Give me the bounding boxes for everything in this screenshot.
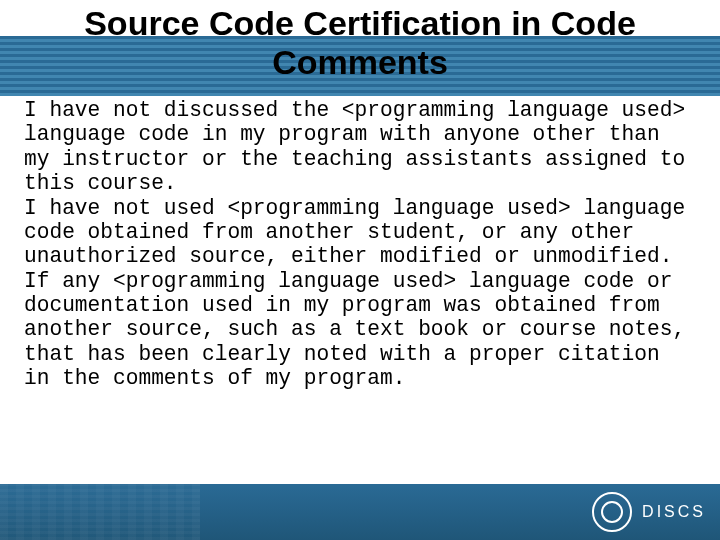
footer-binary-decoration (0, 484, 200, 540)
seal-icon (592, 492, 632, 532)
slide: Source Code Certification in Code Commen… (0, 0, 720, 540)
slide-title: Source Code Certification in Code Commen… (0, 0, 720, 82)
footer-bar: DISCS (0, 484, 720, 540)
seal-inner-icon (601, 501, 623, 523)
footer-logo-group: DISCS (592, 492, 706, 532)
certification-body-text: I have not discussed the <programming la… (24, 98, 696, 391)
footer-org-label: DISCS (642, 503, 706, 521)
